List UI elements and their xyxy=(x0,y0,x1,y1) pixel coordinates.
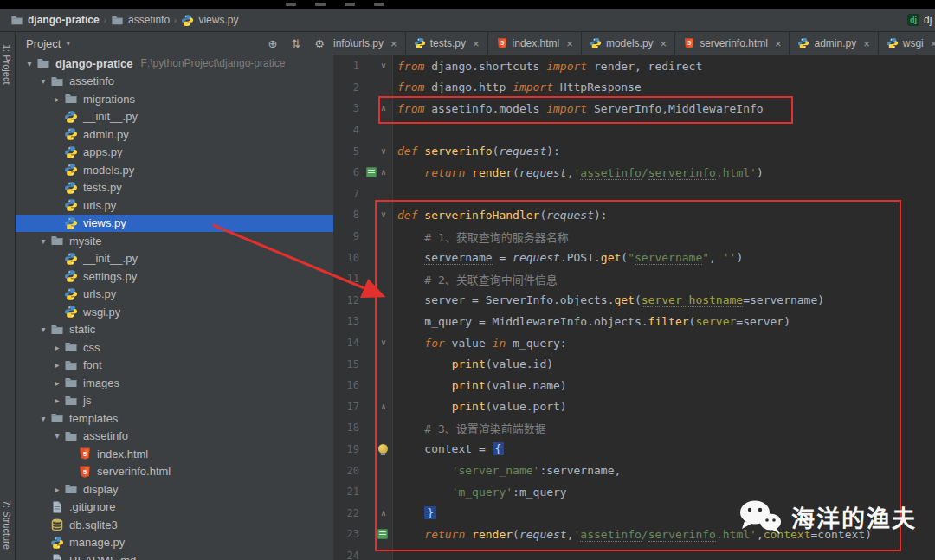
fold-up-icon[interactable]: ∧ xyxy=(379,168,388,177)
tree-item[interactable]: wsgi.py xyxy=(16,303,333,321)
fold-down-icon[interactable]: ∨ xyxy=(379,338,388,347)
tab-close-icon[interactable]: × xyxy=(775,37,782,50)
tree-item[interactable]: urls.py xyxy=(16,196,333,215)
tree-item[interactable]: ▸migrations xyxy=(16,90,333,108)
tree-item[interactable]: admin.py xyxy=(16,126,333,144)
code-line[interactable]: 9 # 1、获取查询的服务器名称 xyxy=(333,226,935,248)
code-line[interactable]: 15 print(value.id) xyxy=(333,353,935,375)
tree-item[interactable]: ▸js xyxy=(16,392,333,410)
breadcrumb-item[interactable]: assetinfo xyxy=(107,14,173,27)
editor-tab[interactable]: etinfo\urls.py× xyxy=(333,32,406,55)
tool-window-button-project[interactable]: 1: Project xyxy=(2,44,12,84)
tree-item[interactable]: 5serverinfo.html xyxy=(16,463,333,481)
chevron-right-icon[interactable]: ▸ xyxy=(50,343,64,352)
tab-close-icon[interactable]: × xyxy=(473,37,480,50)
editor-tab[interactable]: 5serverinfo.html× xyxy=(675,32,790,55)
template-link-icon[interactable] xyxy=(377,529,388,539)
tree-item[interactable]: ▾assetinfo xyxy=(16,428,333,446)
code-line[interactable]: 24 xyxy=(333,545,935,560)
tree-item[interactable]: urls.py xyxy=(16,286,333,304)
chevron-right-icon[interactable]: ▸ xyxy=(50,360,64,370)
code-line[interactable]: 2from django.http import HttpResponse xyxy=(333,77,935,99)
fold-up-icon[interactable]: ∧ xyxy=(379,104,388,113)
template-link-icon[interactable] xyxy=(366,167,377,177)
settings-gear-icon[interactable]: ⚙ xyxy=(314,37,325,50)
lightbulb-icon[interactable] xyxy=(378,444,388,454)
tree-item[interactable]: views.py xyxy=(16,215,333,233)
tab-close-icon[interactable]: × xyxy=(661,37,667,50)
code-editor[interactable]: 1∨from django.shortcuts import render, r… xyxy=(333,55,935,560)
chevron-right-icon[interactable]: ▸ xyxy=(50,378,64,388)
tree-item[interactable]: settings.py xyxy=(16,267,333,286)
tree-item[interactable]: ▸images xyxy=(16,374,333,392)
tree-item[interactable]: 5index.html xyxy=(16,445,333,463)
chevron-down-icon[interactable]: ▾ xyxy=(36,325,50,334)
collapse-all-icon[interactable]: ⇅ xyxy=(291,37,300,50)
code-line[interactable]: 19 context = { xyxy=(333,439,935,460)
tree-item[interactable]: apps.py xyxy=(16,144,333,162)
code-line[interactable]: 7 xyxy=(333,183,935,205)
tree-item[interactable]: models.py xyxy=(16,161,333,179)
code-line[interactable]: 1∨from django.shortcuts import render, r… xyxy=(333,55,935,77)
tree-item[interactable]: ▾mysite xyxy=(16,232,333,250)
code-line[interactable]: 5∨def serverinfo(request): xyxy=(333,140,935,162)
code-line[interactable]: 20 'server_name':servername, xyxy=(333,460,935,481)
tree-item[interactable]: ▸css xyxy=(16,338,333,357)
editor-tab[interactable]: tests.py× xyxy=(406,32,488,55)
code-line[interactable]: 23 return render(request,'assetinfo/serv… xyxy=(333,524,935,545)
code-line[interactable]: 18 # 3、设置渲染前端数据 xyxy=(333,417,935,439)
code-line[interactable]: 3∧from assetinfo.models import ServerInf… xyxy=(333,98,935,119)
tree-item[interactable]: ▾assetinfo xyxy=(16,73,333,91)
fold-down-icon[interactable]: ∨ xyxy=(379,210,388,219)
tree-item[interactable]: ▸font xyxy=(16,357,333,375)
chevron-down-icon[interactable]: ▾ xyxy=(36,414,50,423)
tree-item[interactable]: manage.py xyxy=(16,534,333,552)
code-line[interactable]: 11 # 2、关联查询中间件信息 xyxy=(333,268,935,290)
code-line[interactable]: 16 print(value.name) xyxy=(333,375,935,396)
tree-item[interactable]: __init__.py xyxy=(16,250,333,268)
chevron-down-icon[interactable]: ▾ xyxy=(50,431,64,441)
tab-close-icon[interactable]: × xyxy=(931,37,935,50)
tab-close-icon[interactable]: × xyxy=(566,37,573,50)
project-panel-title[interactable]: Project xyxy=(26,37,61,50)
fold-down-icon[interactable]: ∨ xyxy=(379,61,388,70)
tree-item[interactable]: ▸display xyxy=(16,480,333,499)
code-line[interactable]: 13 m_query = MiddlewareInfo.objects.filt… xyxy=(333,311,935,332)
code-line[interactable]: 12 server = ServerInfo.objects.get(serve… xyxy=(333,290,935,312)
editor-tab[interactable]: models.py× xyxy=(582,32,675,55)
tree-item[interactable]: __init__.py xyxy=(16,108,333,126)
chevron-down-icon[interactable]: ▾ xyxy=(36,236,50,246)
run-configuration-widget[interactable]: dj dj xyxy=(901,10,935,29)
editor-tab[interactable]: 5index.html× xyxy=(488,32,582,55)
tree-item[interactable]: ▾django-praticeF:\pythonProject\django-p… xyxy=(16,55,333,73)
locate-icon[interactable]: ⊕ xyxy=(268,37,278,50)
tab-close-icon[interactable]: × xyxy=(863,37,870,50)
code-line[interactable]: 4 xyxy=(333,119,935,141)
tree-item[interactable]: .gitignore xyxy=(16,499,333,517)
code-line[interactable]: 22∧ } xyxy=(333,502,935,524)
code-line[interactable]: 6∧ return render(request,'assetinfo/serv… xyxy=(333,162,935,183)
chevron-right-icon[interactable]: ▸ xyxy=(50,94,64,104)
editor-tab[interactable]: admin.py× xyxy=(790,32,878,55)
breadcrumb-item[interactable]: django-pratice xyxy=(7,14,103,27)
code-line[interactable]: 17∧ print(value.port) xyxy=(333,396,935,418)
code-line[interactable]: 8∨def serverinfoHandler(request): xyxy=(333,204,935,226)
tree-item[interactable]: README.md xyxy=(16,551,333,560)
code-line[interactable]: 21 'm_query':m_query xyxy=(333,481,935,503)
editor-tab[interactable]: wsgi× xyxy=(879,32,935,55)
chevron-right-icon[interactable]: ▸ xyxy=(50,485,64,494)
code-line[interactable]: 10 servername = request.POST.get("server… xyxy=(333,247,935,268)
fold-down-icon[interactable]: ∨ xyxy=(379,147,388,156)
tab-close-icon[interactable]: × xyxy=(390,37,397,50)
fold-up-icon[interactable]: ∧ xyxy=(379,402,388,411)
tree-item[interactable]: ▾templates xyxy=(16,409,333,428)
chevron-right-icon[interactable]: ▸ xyxy=(50,396,64,405)
chevron-down-icon[interactable]: ▾ xyxy=(23,59,36,68)
chevron-down-icon[interactable]: ▾ xyxy=(36,76,50,86)
code-line[interactable]: 14∨ for value in m_query: xyxy=(333,332,935,354)
tree-item[interactable]: ▾static xyxy=(16,321,333,339)
breadcrumb-item[interactable]: views.py xyxy=(177,14,242,27)
tree-item[interactable]: tests.py xyxy=(16,179,333,197)
tree-item[interactable]: db.sqlite3 xyxy=(16,516,333,534)
fold-up-icon[interactable]: ∧ xyxy=(379,509,388,518)
